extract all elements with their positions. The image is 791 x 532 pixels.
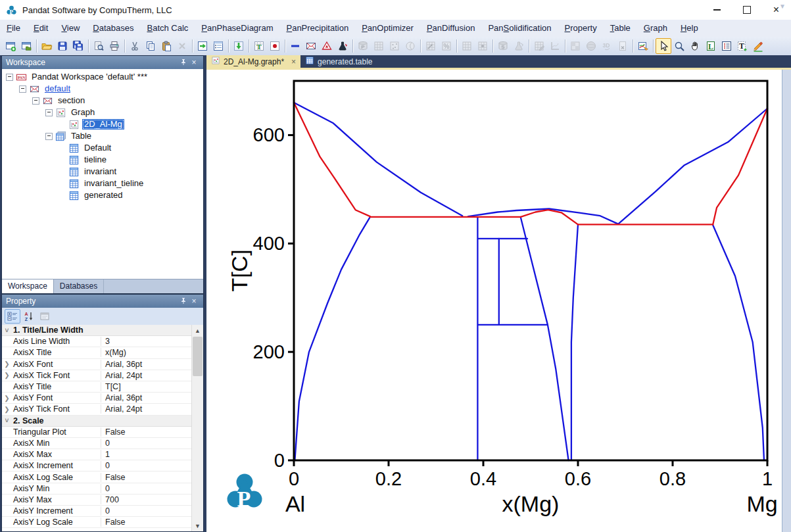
new-table-icon[interactable]: T — [251, 38, 267, 54]
panel-tab-databases[interactable]: Databases — [54, 279, 104, 293]
property-value[interactable]: 1 — [101, 450, 203, 459]
minimize-button[interactable] — [702, 0, 732, 20]
property-category-1-title-line-width[interactable]: ˅1. Title/Line Width — [2, 325, 203, 336]
property-value[interactable]: Arial, 36pt — [101, 393, 203, 402]
property-row-axisy-font[interactable]: ❯AxisY FontArial, 36pt — [2, 393, 203, 404]
property-category-2-scale[interactable]: ˅2. Scale — [2, 416, 203, 427]
menu-edit[interactable]: Edit — [27, 20, 55, 37]
menu-pandiffusion[interactable]: PanDiffusion — [420, 20, 481, 37]
row-expand-icon[interactable]: ❯ — [2, 360, 12, 368]
menu-panprecipitation[interactable]: PanPrecipitation — [279, 20, 355, 37]
row-expand-icon[interactable]: ❯ — [2, 406, 12, 413]
pin-icon[interactable] — [178, 297, 189, 306]
tree-collapse-icon[interactable] — [32, 97, 39, 105]
scroll-down-icon[interactable]: ▼ — [192, 520, 203, 531]
property-scrollbar[interactable]: ▲ ▼ — [191, 325, 203, 531]
tree-item-default[interactable]: default — [2, 83, 203, 95]
menu-view[interactable]: View — [55, 20, 86, 37]
property-row-axisy-title[interactable]: AxisY TitleT[C] — [2, 381, 203, 393]
alphabetical-sort-icon[interactable]: AZ — [22, 310, 36, 323]
property-row-axisx-min[interactable]: AxisX Min0 — [2, 438, 203, 449]
menu-batch-calc[interactable]: Batch Calc — [140, 20, 195, 37]
close-button[interactable]: × — [761, 0, 791, 20]
category-collapse-icon[interactable]: ˅ — [2, 327, 12, 334]
tree-item-invariant[interactable]: invariant — [2, 166, 203, 178]
view-options-icon[interactable] — [210, 38, 226, 54]
property-row-axis-line-width[interactable]: Axis Line Width3 — [2, 336, 203, 347]
property-value[interactable]: 700 — [101, 495, 203, 504]
tree-collapse-icon[interactable] — [45, 109, 53, 116]
open-icon[interactable] — [39, 38, 55, 54]
new-workspace-icon[interactable] — [3, 38, 18, 54]
property-value[interactable]: 0 — [101, 461, 203, 470]
tree-item-pandat-workspace-default[interactable]: PANPandat Workspace 'default' *** — [2, 71, 203, 83]
panel-tab-workspace[interactable]: Workspace — [2, 279, 54, 293]
close-panel-icon[interactable]: × — [189, 58, 199, 67]
row-expand-icon[interactable]: ❯ — [2, 372, 12, 379]
label-list-icon[interactable] — [719, 38, 734, 54]
menu-file[interactable]: File — [0, 20, 27, 37]
menu-panphasediagram[interactable]: PanPhaseDiagram — [195, 20, 279, 37]
menu-table[interactable]: Table — [604, 20, 637, 37]
annotate-icon[interactable] — [750, 38, 766, 54]
property-row-axisx-font[interactable]: ❯AxisX FontArial, 36pt — [2, 359, 203, 370]
property-row-axisy-increment[interactable]: AxisY Increment0 — [2, 506, 203, 517]
document-tab-2d-al-mg-graph[interactable]: 2D_Al-Mg.graph*× — [206, 55, 300, 68]
tree-item-default[interactable]: Default — [2, 142, 203, 154]
property-value[interactable]: T[C] — [101, 382, 203, 391]
copy-icon[interactable] — [143, 38, 158, 54]
property-value[interactable]: 0 — [101, 439, 203, 448]
zoom-icon[interactable] — [671, 38, 687, 54]
tree-collapse-icon[interactable] — [6, 74, 13, 81]
property-value[interactable]: 0 — [101, 484, 203, 493]
pan-hand-icon[interactable] — [687, 38, 703, 54]
property-value[interactable]: Arial, 36pt — [101, 360, 203, 369]
category-collapse-icon[interactable]: ˅ — [2, 417, 12, 424]
property-row-axisy-min[interactable]: AxisY Min0 — [2, 483, 203, 495]
print-icon[interactable] — [107, 38, 122, 54]
close-tab-icon[interactable]: × — [291, 57, 296, 66]
phase-diagram-icon[interactable] — [303, 38, 319, 54]
phase-diagram-chart[interactable]: 00.20.40.60.810200400600x(Mg)T[C]AlMgP — [206, 70, 782, 532]
save-icon[interactable] — [55, 38, 70, 54]
property-value[interactable]: 0 — [101, 506, 203, 516]
scroll-up-icon[interactable]: ▲ — [192, 325, 203, 336]
tree-item-section[interactable]: section — [2, 95, 203, 107]
add-text-icon[interactable]: T — [734, 38, 750, 54]
section-2d-icon[interactable] — [287, 38, 303, 54]
tree-item-graph[interactable]: Graph — [2, 107, 203, 118]
menu-property[interactable]: Property — [558, 20, 604, 37]
ternary-icon[interactable] — [319, 38, 335, 54]
import-icon[interactable] — [231, 38, 247, 54]
select-cursor-icon[interactable] — [656, 38, 671, 54]
property-row-axisx-increment[interactable]: AxisX Increment0 — [2, 460, 203, 472]
tree-item-2d-al-mg[interactable]: 2D_Al-Mg — [2, 118, 203, 130]
property-value[interactable]: False — [101, 518, 203, 527]
go-icon[interactable] — [195, 38, 210, 54]
property-row-axisx-tick-font[interactable]: ❯AxisX Tick FontArial, 24pt — [2, 370, 203, 381]
property-value[interactable]: 3 — [101, 337, 203, 346]
property-value[interactable]: Arial, 24pt — [101, 371, 203, 380]
graph-settings-icon[interactable] — [635, 38, 651, 54]
paste-icon[interactable] — [158, 38, 174, 54]
print-preview-icon[interactable] — [91, 38, 107, 54]
solidification-icon[interactable] — [335, 38, 350, 54]
scrollbar-thumb[interactable] — [193, 337, 203, 376]
tree-collapse-icon[interactable] — [19, 85, 26, 93]
row-expand-icon[interactable]: ❯ — [2, 395, 12, 402]
tree-item-invariant-tieline[interactable]: invariant_tieline — [2, 178, 203, 189]
menu-help[interactable]: Help — [674, 20, 705, 37]
cut-icon[interactable] — [127, 38, 143, 54]
menu-databases[interactable]: Databases — [86, 20, 140, 37]
menu-pansolidification[interactable]: PanSolidification — [481, 20, 558, 37]
legend-icon[interactable]: L — [703, 38, 719, 54]
record-macro-icon[interactable] — [267, 38, 283, 54]
property-row-axisx-max[interactable]: AxisX Max1 — [2, 449, 203, 460]
new-project-icon[interactable] — [18, 38, 34, 54]
menu-graph[interactable]: Graph — [637, 20, 674, 37]
property-row-axisx-log-scale[interactable]: AxisX Log ScaleFalse — [2, 472, 203, 483]
menu-panoptimizer[interactable]: PanOptimizer — [355, 20, 420, 37]
tree-item-generated[interactable]: generated — [2, 189, 203, 201]
property-row-axisy-log-scale[interactable]: AxisY Log ScaleFalse — [2, 517, 203, 528]
property-value[interactable]: Arial, 24pt — [101, 404, 203, 414]
